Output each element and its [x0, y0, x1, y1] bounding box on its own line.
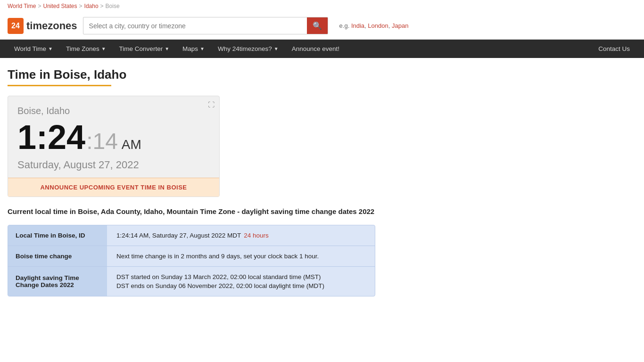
info-value-dst: DST started on Sunday 13 March 2022, 02:… [107, 267, 334, 296]
chevron-down-icon: ▼ [274, 46, 279, 51]
clock-seconds: 14 [92, 130, 117, 153]
breadcrumb-world-time[interactable]: World Time [8, 3, 36, 9]
page-title: Time in Boise, Idaho [8, 67, 558, 82]
breadcrumb-idaho[interactable]: Idaho [84, 3, 99, 9]
search-bar: 🔍 [83, 17, 328, 34]
chevron-down-icon: ▼ [165, 46, 169, 51]
clock-ampm: AM [122, 138, 141, 151]
logo[interactable]: 24 timezones [8, 18, 77, 34]
clock-time: 1 : 24 : 14 AM [17, 120, 210, 154]
page-description: Current local time in Boise, Ada County,… [8, 206, 470, 217]
info-row-dst: Daylight saving Time Change Dates 2022 D… [8, 267, 375, 296]
info-table: Local Time in Boise, ID 1:24:14 AM, Satu… [8, 225, 375, 296]
nav-time-converter[interactable]: Time Converter ▼ [113, 40, 176, 58]
clock-minutes: 24 [48, 120, 85, 154]
search-input[interactable] [83, 18, 307, 33]
local-time-value: 1:24:14 AM, Saturday 27, August 2022 MDT [116, 232, 241, 239]
breadcrumb-current: Boise [106, 3, 120, 9]
search-button[interactable]: 🔍 [307, 17, 328, 34]
info-row-time-change: Boise time change Next time change is in… [8, 246, 375, 267]
logo-text: timezones [26, 20, 77, 32]
info-row-local-time: Local Time in Boise, ID 1:24:14 AM, Satu… [8, 225, 375, 246]
info-label-local-time: Local Time in Boise, ID [8, 225, 107, 246]
header: 24 timezones 🔍 e.g. India, London, Japan [0, 12, 644, 40]
clock-colon1: : [36, 120, 48, 154]
dst-value-2: DST ends on Sunday 06 November 2022, 02:… [116, 282, 324, 289]
example-japan[interactable]: Japan [392, 22, 408, 29]
announce-button[interactable]: ANNOUNCE UPCOMING EVENT TIME IN BOISE [8, 178, 219, 197]
expand-icon[interactable]: ⛶ [208, 101, 215, 108]
nav-contact[interactable]: Contact Us [592, 40, 636, 58]
breadcrumb-sep-3: > [100, 3, 104, 9]
breadcrumb-united-states[interactable]: United States [43, 3, 77, 9]
nav-announce[interactable]: Announce event! [285, 40, 346, 58]
example-london[interactable]: London [368, 22, 388, 29]
header-examples: e.g. India, London, Japan [339, 22, 409, 29]
nav-world-time[interactable]: World Time ▼ [8, 40, 59, 58]
24hours-link[interactable]: 24 hours [244, 232, 269, 239]
breadcrumb-sep-2: > [79, 3, 83, 9]
clock-city: Boise, Idaho [17, 106, 210, 116]
navbar-left: World Time ▼ Time Zones ▼ Time Converter… [8, 40, 346, 58]
info-value-time-change: Next time change is in 2 months and 9 da… [107, 246, 328, 266]
chevron-down-icon: ▼ [48, 46, 53, 51]
main-content: Time in Boise, Idaho ⛶ Boise, Idaho 1 : … [0, 58, 566, 306]
clock-widget: ⛶ Boise, Idaho 1 : 24 : 14 AM Saturday, … [8, 96, 220, 197]
clock-colon2: : [86, 130, 92, 153]
breadcrumb: World Time > United States > Idaho > Boi… [0, 0, 644, 12]
chevron-down-icon: ▼ [200, 46, 205, 51]
nav-why[interactable]: Why 24timezones? ▼ [211, 40, 285, 58]
logo-icon: 24 [8, 18, 24, 34]
time-change-value: Next time change is in 2 months and 9 da… [116, 253, 319, 260]
nav-maps[interactable]: Maps ▼ [176, 40, 211, 58]
clock-hours: 1 [17, 120, 36, 154]
title-underline [8, 85, 111, 86]
info-label-dst: Daylight saving Time Change Dates 2022 [8, 267, 107, 296]
dst-value-1: DST started on Sunday 13 March 2022, 02:… [116, 273, 321, 280]
info-label-time-change: Boise time change [8, 246, 107, 266]
example-india[interactable]: India [351, 22, 364, 29]
examples-label: e.g. [339, 22, 350, 29]
chevron-down-icon: ▼ [101, 46, 106, 51]
nav-time-zones[interactable]: Time Zones ▼ [59, 40, 113, 58]
navbar: World Time ▼ Time Zones ▼ Time Converter… [0, 40, 644, 58]
breadcrumb-sep-1: > [38, 3, 41, 9]
info-value-local-time: 1:24:14 AM, Saturday 27, August 2022 MDT… [107, 225, 278, 246]
clock-date: Saturday, August 27, 2022 [17, 159, 210, 171]
